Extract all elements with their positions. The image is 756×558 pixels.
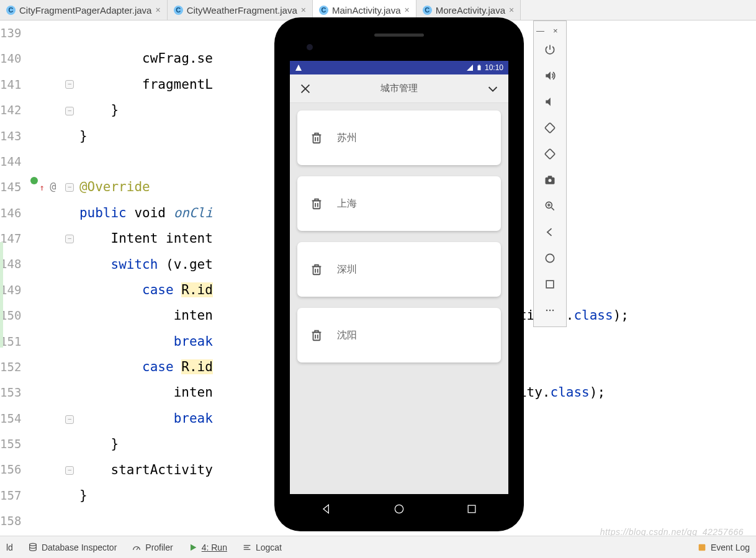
java-class-icon: C: [423, 6, 432, 15]
svg-point-11: [546, 310, 548, 312]
city-name: 沈阳: [337, 329, 357, 342]
notification-icon: [697, 542, 707, 552]
close-icon[interactable]: ×: [553, 26, 560, 35]
line-gutter: 1391401411421431441451461471481491501511…: [0, 20, 29, 533]
trash-icon[interactable]: [310, 263, 323, 276]
svg-point-9: [546, 254, 554, 262]
rotate-left-icon[interactable]: [538, 115, 562, 140]
signal-icon: [466, 64, 474, 71]
svg-rect-4: [548, 176, 552, 178]
power-icon[interactable]: [538, 37, 562, 62]
java-class-icon: C: [6, 6, 16, 15]
status-bar: ld Database Inspector Profiler 4: Run Lo…: [0, 536, 756, 558]
trash-icon[interactable]: [310, 197, 323, 210]
city-name: 深圳: [337, 263, 357, 276]
event-log[interactable]: Event Log: [697, 542, 750, 552]
trash-icon[interactable]: [310, 328, 323, 342]
nav-back-icon[interactable]: [320, 503, 333, 515]
android-navbar: [290, 494, 508, 524]
java-class-icon: C: [319, 6, 328, 15]
build-label[interactable]: ld: [6, 542, 13, 552]
tool-profiler[interactable]: Profiler: [132, 542, 173, 552]
city-name: 苏州: [337, 132, 357, 145]
tab-cityweatherfragment[interactable]: CCityWeatherFragment.java×: [168, 0, 313, 20]
volume-down-icon[interactable]: [538, 89, 562, 114]
screenshot-icon[interactable]: [538, 168, 562, 192]
city-name: 上海: [337, 197, 357, 210]
nav-overview-icon[interactable]: [466, 503, 478, 515]
implements-gutter-icon[interactable]: [30, 177, 38, 184]
svg-rect-1: [545, 149, 555, 159]
java-class-icon: C: [174, 6, 183, 15]
back-icon[interactable]: [538, 220, 562, 245]
svg-rect-37: [699, 544, 706, 551]
city-card[interactable]: 苏州: [297, 110, 501, 165]
nav-home-icon[interactable]: [393, 503, 405, 515]
app-toolbar: 城市管理: [290, 74, 508, 103]
svg-line-6: [552, 208, 554, 210]
warning-icon: [295, 64, 302, 71]
tool-logcat[interactable]: Logcat: [242, 542, 282, 552]
city-card[interactable]: 沈阳: [297, 308, 501, 362]
emulator-device: 10:10 城市管理 苏州 上海 深圳 沈阳: [274, 17, 524, 531]
battery-icon: [476, 64, 482, 71]
tab-cityfragmentpageradapter[interactable]: CCityFragmentPagerAdapter.java×: [0, 0, 168, 20]
close-icon[interactable]: ×: [155, 5, 160, 15]
svg-rect-0: [545, 123, 555, 133]
database-icon: [28, 542, 38, 552]
chevron-down-icon[interactable]: [486, 82, 500, 96]
gutter-marks: ↑ @ – – – – – –: [29, 20, 48, 533]
svg-line-33: [137, 547, 138, 550]
front-camera: [307, 44, 313, 50]
svg-rect-21: [313, 200, 320, 209]
overview-icon[interactable]: [538, 272, 562, 297]
emulator-toolbar: — ×: [533, 20, 567, 327]
tool-database-inspector[interactable]: Database Inspector: [28, 542, 117, 552]
app-title: 城市管理: [380, 83, 418, 94]
svg-rect-14: [477, 66, 480, 71]
device-screen[interactable]: 10:10 城市管理 苏州 上海 深圳 沈阳: [290, 61, 508, 494]
svg-point-12: [549, 310, 551, 312]
close-icon[interactable]: ×: [405, 5, 410, 15]
city-card[interactable]: 深圳: [297, 242, 501, 297]
arrow-up-icon: ↑: [39, 175, 44, 200]
speaker-grille: [374, 34, 424, 37]
volume-up-icon[interactable]: [538, 63, 562, 88]
svg-point-3: [549, 179, 552, 182]
rotate-right-icon[interactable]: [538, 142, 562, 166]
svg-point-13: [552, 310, 554, 312]
svg-rect-18: [313, 135, 320, 143]
close-icon[interactable]: ×: [301, 5, 306, 15]
trash-icon[interactable]: [310, 131, 323, 145]
play-icon: [188, 542, 198, 552]
more-icon[interactable]: [538, 298, 562, 323]
zoom-icon[interactable]: [538, 194, 562, 218]
tool-run[interactable]: 4: Run: [188, 542, 227, 552]
svg-point-32: [30, 543, 37, 546]
diff-marker: [0, 242, 3, 348]
gauge-icon: [132, 542, 142, 552]
android-statusbar: 10:10: [290, 61, 508, 74]
city-list[interactable]: 苏州 上海 深圳 沈阳: [290, 103, 508, 494]
status-time: 10:10: [485, 63, 503, 72]
svg-rect-15: [479, 65, 480, 65]
minimize-icon[interactable]: —: [536, 26, 544, 35]
close-icon[interactable]: ×: [509, 5, 514, 15]
svg-point-30: [395, 505, 403, 513]
home-icon[interactable]: [538, 246, 562, 271]
svg-rect-31: [468, 505, 475, 513]
logcat-icon: [242, 542, 252, 552]
svg-rect-10: [546, 281, 554, 288]
city-card[interactable]: 上海: [297, 176, 501, 231]
svg-rect-27: [313, 332, 320, 340]
close-icon[interactable]: [299, 82, 312, 96]
svg-rect-24: [313, 266, 320, 274]
